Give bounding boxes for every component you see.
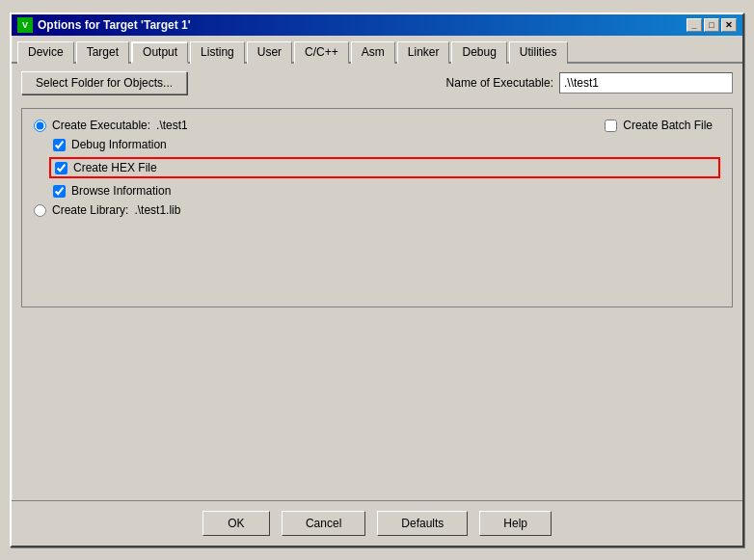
tab-target[interactable]: Target: [76, 41, 129, 64]
main-window: V Options for Target 'Target 1' _ □ ✕ De…: [10, 13, 744, 547]
tab-listing[interactable]: Listing: [190, 41, 245, 64]
window-body: Select Folder for Objects... Name of Exe…: [12, 64, 742, 500]
tab-user[interactable]: User: [247, 41, 292, 64]
window-title: Options for Target 'Target 1': [38, 18, 191, 32]
restore-button[interactable]: □: [704, 18, 719, 32]
app-icon: V: [17, 17, 33, 33]
create-batch-section: Create Batch File: [605, 119, 713, 132]
tab-bar: Device Target Output Listing User C/C++ …: [12, 36, 742, 64]
name-executable-input[interactable]: [559, 72, 733, 93]
create-executable-label: Create Executable:: [52, 119, 150, 132]
tab-device[interactable]: Device: [17, 41, 74, 64]
tab-output[interactable]: Output: [131, 41, 188, 64]
create-library-value: .\test1.lib: [134, 203, 180, 217]
debug-info-option: Debug Information: [53, 138, 720, 151]
title-buttons: _ □ ✕: [687, 18, 737, 32]
tab-linker[interactable]: Linker: [397, 41, 450, 64]
defaults-button[interactable]: Defaults: [377, 511, 468, 536]
minimize-button[interactable]: _: [687, 18, 702, 32]
create-library-radio[interactable]: [34, 204, 46, 217]
ok-button[interactable]: OK: [202, 511, 270, 536]
name-executable-section: Name of Executable:: [446, 72, 733, 93]
close-button[interactable]: ✕: [721, 18, 737, 32]
create-batch-label: Create Batch File: [623, 119, 713, 132]
create-executable-value: .\test1: [156, 119, 188, 132]
tab-asm[interactable]: Asm: [351, 41, 395, 64]
options-group: Create Batch File Create Executable: .\t…: [21, 108, 733, 307]
debug-info-label: Debug Information: [71, 138, 167, 151]
spacer: [21, 315, 733, 493]
tab-utilities[interactable]: Utilities: [509, 41, 568, 64]
create-hex-checkbox[interactable]: [55, 162, 67, 174]
browse-info-option: Browse Information: [53, 184, 720, 198]
select-folder-button[interactable]: Select Folder for Objects...: [21, 71, 187, 94]
browse-info-label: Browse Information: [71, 184, 171, 198]
create-hex-option: Create HEX File: [49, 157, 720, 178]
create-executable-radio[interactable]: [34, 120, 46, 132]
create-hex-label: Create HEX File: [73, 161, 157, 174]
help-button[interactable]: Help: [479, 511, 552, 536]
create-batch-checkbox[interactable]: [605, 120, 617, 132]
top-area: Select Folder for Objects... Name of Exe…: [21, 71, 733, 94]
tab-cpp[interactable]: C/C++: [294, 41, 349, 64]
create-library-option: Create Library: .\test1.lib: [34, 203, 720, 217]
debug-info-checkbox[interactable]: [53, 139, 66, 151]
cancel-button[interactable]: Cancel: [282, 511, 365, 536]
bottom-buttons: OK Cancel Defaults Help: [12, 500, 742, 546]
tab-debug[interactable]: Debug: [451, 41, 506, 64]
browse-info-checkbox[interactable]: [53, 185, 66, 198]
title-bar: V Options for Target 'Target 1' _ □ ✕: [12, 14, 742, 36]
title-bar-left: V Options for Target 'Target 1': [17, 17, 191, 33]
name-executable-label: Name of Executable:: [446, 76, 553, 90]
create-library-label: Create Library:: [52, 203, 128, 217]
